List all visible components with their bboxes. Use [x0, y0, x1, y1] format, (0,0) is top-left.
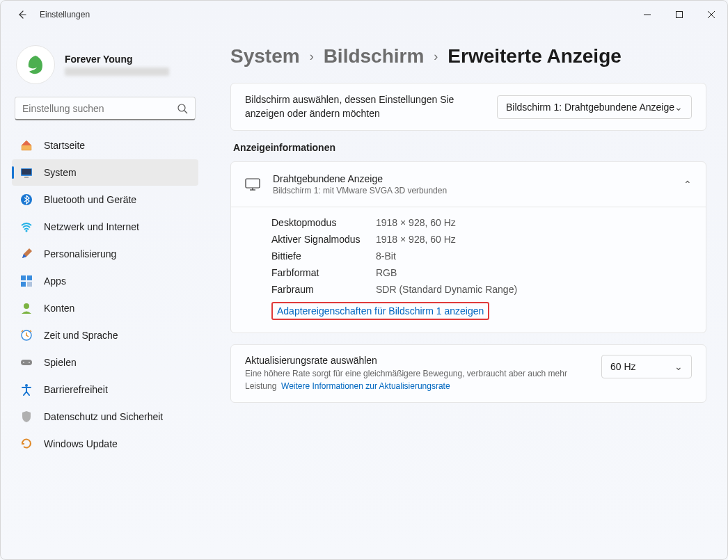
sidebar-item-zeit[interactable]: Zeit und Sprache — [12, 322, 198, 349]
avatar — [16, 45, 55, 84]
chevron-down-icon: ⌄ — [674, 102, 683, 113]
monitor-icon — [245, 178, 260, 191]
time-icon — [20, 329, 33, 342]
prop-value: RGB — [376, 267, 397, 278]
svg-point-16 — [24, 303, 29, 309]
prop-key: Farbformat — [271, 267, 376, 278]
prop-row: Bittiefe 8-Bit — [271, 248, 692, 264]
maximize-button[interactable] — [663, 1, 695, 29]
update-icon — [20, 438, 33, 450]
prop-row: Farbraum SDR (Standard Dynamic Range) — [271, 281, 692, 298]
adapter-properties-link[interactable]: Adaptereigenschaften für Bildschirm 1 an… — [271, 302, 489, 320]
svg-rect-14 — [21, 282, 26, 287]
sidebar-item-personalisierung[interactable]: Personalisierung — [12, 241, 198, 267]
leaf-icon — [24, 54, 47, 76]
sidebar-item-label: Netzwerk und Internet — [44, 221, 139, 232]
svg-point-19 — [23, 362, 24, 363]
refresh-rate-learn-more-link[interactable]: Weitere Informationen zur Aktualisierung… — [281, 381, 450, 391]
sidebar-item-label: Personalisierung — [44, 248, 116, 259]
sidebar-item-apps[interactable]: Apps — [12, 268, 198, 294]
sidebar-item-bluetooth[interactable]: Bluetooth und Geräte — [12, 186, 198, 213]
prop-row: Farbformat RGB — [271, 264, 692, 281]
display-connection: Bildschirm 1: mit VMware SVGA 3D verbund… — [273, 186, 683, 195]
svg-rect-15 — [27, 282, 32, 287]
select-display-text: Bildschirm auswählen, dessen Einstellung… — [245, 93, 497, 120]
prop-key: Bittiefe — [271, 250, 376, 262]
sidebar-item-label: Zeit und Sprache — [44, 330, 118, 341]
minimize-button[interactable] — [631, 1, 663, 29]
prop-value: 1918 × 928, 60 Hz — [376, 234, 456, 245]
dropdown-value: 60 Hz — [610, 361, 636, 372]
sidebar-item-label: System — [44, 167, 77, 178]
svg-point-20 — [29, 362, 30, 363]
prop-key: Aktiver Signalmodus — [271, 234, 376, 245]
search-input[interactable] — [22, 103, 177, 114]
maximize-icon — [676, 11, 683, 18]
display-info-header[interactable]: Drahtgebundene Anzeige Bildschirm 1: mit… — [231, 162, 706, 207]
close-icon — [708, 11, 715, 18]
svg-point-5 — [178, 104, 185, 111]
minimize-icon — [644, 11, 651, 18]
breadcrumb-bildschirm[interactable]: Bildschirm — [324, 45, 425, 67]
section-title: Anzeigeinformationen — [233, 142, 706, 153]
close-button[interactable] — [695, 1, 727, 29]
sidebar-item-label: Datenschutz und Sicherheit — [44, 411, 163, 422]
breadcrumb: System › Bildschirm › Erweiterte Anzeige — [230, 45, 706, 67]
prop-value: 8-Bit — [376, 250, 396, 262]
chevron-down-icon: ⌄ — [674, 361, 683, 372]
breadcrumb-system[interactable]: System — [230, 45, 300, 67]
svg-line-6 — [184, 111, 187, 113]
prop-key: Farbraum — [271, 284, 376, 295]
sidebar-item-label: Bluetooth und Geräte — [44, 194, 136, 205]
arrow-left-icon — [16, 9, 27, 20]
svg-point-21 — [25, 384, 28, 387]
prop-value: 1918 × 928, 60 Hz — [376, 217, 456, 228]
network-icon — [20, 221, 33, 233]
refresh-rate-title: Aktualisierungsrate auswählen — [245, 355, 587, 366]
privacy-icon — [20, 410, 33, 423]
search-icon — [177, 103, 188, 114]
svg-rect-8 — [22, 169, 31, 175]
bluetooth-icon — [20, 193, 33, 206]
system-icon — [20, 166, 33, 179]
sidebar-item-startseite[interactable]: Startseite — [12, 132, 198, 159]
gaming-icon — [20, 356, 33, 369]
apps-icon — [20, 275, 33, 287]
svg-rect-2 — [676, 12, 683, 18]
sidebar-item-datenschutz[interactable]: Datenschutz und Sicherheit — [12, 403, 198, 430]
sidebar-item-windows-update[interactable]: Windows Update — [12, 431, 198, 457]
sidebar-item-label: Barrierefreiheit — [44, 384, 108, 395]
accounts-icon — [20, 302, 33, 314]
sidebar-item-label: Startseite — [44, 140, 85, 151]
sidebar-item-label: Windows Update — [44, 438, 118, 449]
back-button[interactable] — [9, 2, 34, 27]
sidebar-item-label: Apps — [44, 275, 66, 287]
page-title: Erweiterte Anzeige — [448, 45, 621, 67]
svg-rect-22 — [246, 179, 260, 188]
sidebar-item-netzwerk[interactable]: Netzwerk und Internet — [12, 214, 198, 240]
prop-row: Aktiver Signalmodus 1918 × 928, 60 Hz — [271, 231, 692, 248]
sidebar-item-label: Konten — [44, 303, 74, 314]
user-name: Forever Young — [65, 54, 169, 65]
refresh-rate-dropdown[interactable]: 60 Hz ⌄ — [601, 355, 692, 378]
user-account-row[interactable]: Forever Young — [3, 34, 207, 93]
window-title: Einstellungen — [40, 10, 90, 19]
chevron-right-icon: › — [434, 49, 438, 64]
svg-rect-18 — [21, 360, 32, 365]
display-select-dropdown[interactable]: Bildschirm 1: Drahtgebundene Anzeige ⌄ — [497, 95, 692, 119]
display-name: Drahtgebundene Anzeige — [273, 173, 683, 184]
search-input-wrap[interactable] — [15, 97, 196, 120]
svg-point-11 — [26, 230, 28, 232]
personalize-icon — [20, 248, 33, 260]
svg-rect-13 — [27, 275, 32, 280]
sidebar-item-spielen[interactable]: Spielen — [12, 349, 198, 376]
sidebar-item-system[interactable]: System — [12, 159, 198, 186]
home-icon — [20, 139, 33, 152]
user-email-redacted — [65, 67, 169, 76]
sidebar-item-konten[interactable]: Konten — [12, 295, 198, 321]
svg-rect-9 — [24, 177, 29, 178]
sidebar: Forever Young Startseite System — [1, 29, 209, 559]
sidebar-item-barrierefreiheit[interactable]: Barrierefreiheit — [12, 376, 198, 403]
svg-rect-12 — [21, 275, 26, 280]
prop-key: Desktopmodus — [271, 217, 376, 228]
